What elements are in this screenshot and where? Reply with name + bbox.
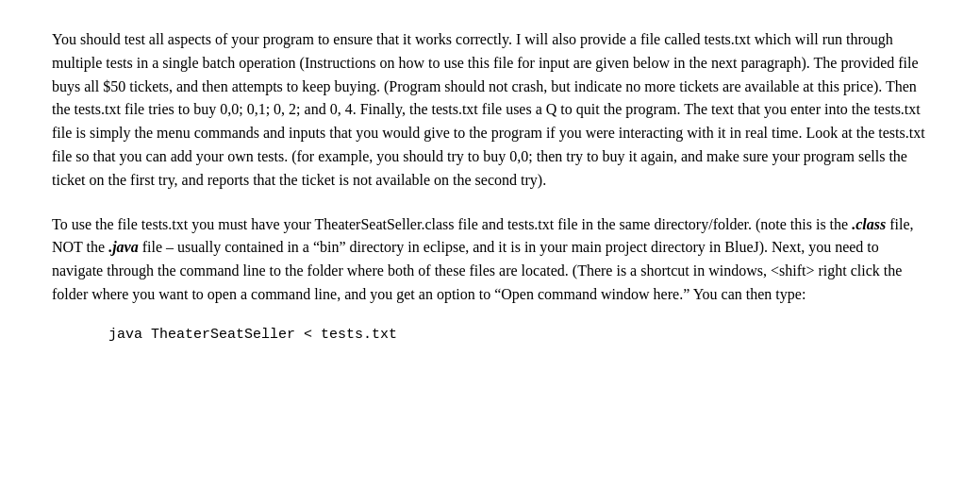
paragraph-1: You should test all aspects of your prog… xyxy=(52,28,928,193)
paragraph-2: To use the file tests.txt you must have … xyxy=(52,213,928,346)
java-keyword: .java xyxy=(108,239,139,255)
paragraph-2-text-1: To use the file tests.txt you must have … xyxy=(52,216,852,232)
page-content: You should test all aspects of your prog… xyxy=(52,28,928,346)
class-keyword: .class xyxy=(852,216,886,232)
paragraph-1-text: You should test all aspects of your prog… xyxy=(52,31,925,188)
code-block: java TheaterSeatSeller < tests.txt xyxy=(108,324,928,346)
paragraph-2-text-3: file – usually contained in a “bin” dire… xyxy=(52,239,902,302)
code-line: java TheaterSeatSeller < tests.txt xyxy=(108,327,397,343)
